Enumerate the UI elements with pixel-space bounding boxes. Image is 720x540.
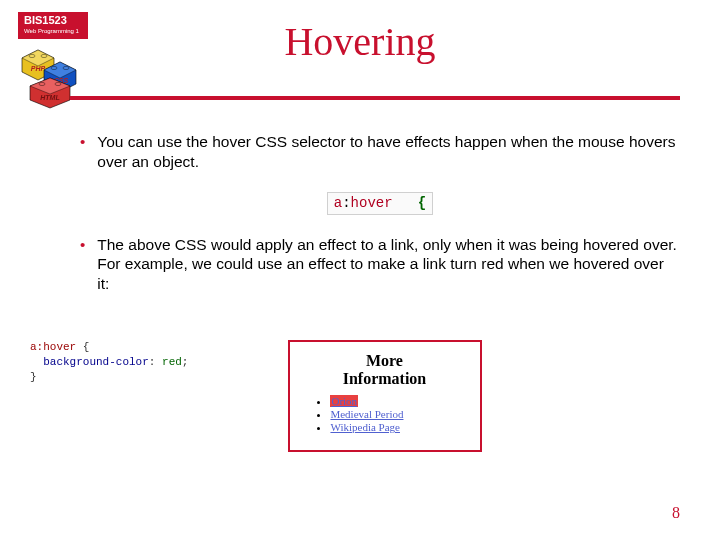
bullet-item: • The above CSS would apply an effect to… [80, 235, 680, 294]
preview-box: More Information Orion Medieval Period W… [288, 340, 482, 452]
preview-list: Orion Medieval Period Wikipedia Page [304, 395, 464, 433]
slide-content: • You can use the hover CSS selector to … [80, 132, 680, 320]
svg-point-7 [51, 66, 57, 69]
code-block: a:hover { background-color: red; } [30, 340, 188, 385]
svg-text:HTML: HTML [40, 94, 59, 101]
svg-point-8 [63, 66, 69, 69]
code-brace: { [418, 195, 426, 211]
title-underline [70, 96, 680, 100]
bullet-item: • You can use the hover CSS selector to … [80, 132, 680, 172]
bullet-text: The above CSS would apply an effect to a… [97, 235, 680, 294]
bullet-text: You can use the hover CSS selector to ha… [97, 132, 680, 172]
bullet-dot-icon: • [80, 132, 85, 172]
preview-link[interactable]: Wikipedia Page [330, 421, 400, 433]
code-pseudo: hover [351, 195, 393, 211]
code-selector: a [334, 195, 342, 211]
svg-point-12 [39, 82, 45, 85]
bullet-dot-icon: • [80, 235, 85, 294]
slide-header: BIS1523 Web Programming 1 PHP CSS HTML H… [0, 0, 720, 110]
inline-code-box: a:hover { [327, 192, 433, 215]
inline-code-figure: a:hover { [80, 192, 680, 215]
list-item: Orion [330, 395, 464, 407]
list-item: Medieval Period [330, 408, 464, 420]
svg-point-13 [55, 82, 61, 85]
preview-link-hovered[interactable]: Orion [330, 395, 358, 407]
preview-link[interactable]: Medieval Period [330, 408, 403, 420]
example-row: a:hover { background-color: red; } More … [30, 340, 690, 452]
list-item: Wikipedia Page [330, 421, 464, 433]
page-number: 8 [672, 504, 680, 522]
preview-title: More Information [304, 352, 464, 387]
slide-title: Hovering [0, 18, 720, 65]
svg-text:PHP: PHP [31, 65, 46, 72]
